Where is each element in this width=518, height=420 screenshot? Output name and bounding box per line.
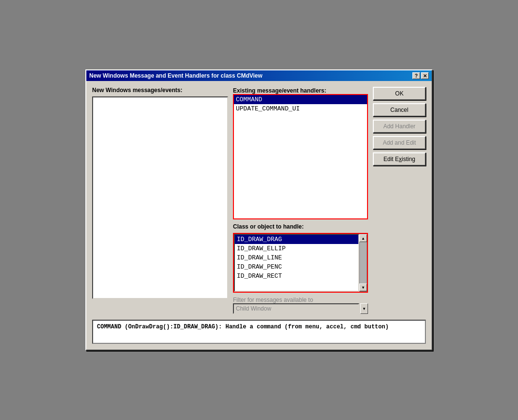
list-item[interactable]: ID_DRAW_LINE: [235, 253, 358, 262]
title-bar: New Windows Message and Event Handlers f…: [86, 70, 432, 81]
dialog-title: New Windows Message and Event Handlers f…: [89, 72, 262, 79]
add-handler-button[interactable]: Add Handler: [373, 120, 426, 133]
filter-label: Filter for messages available to: [233, 297, 368, 303]
center-panel: Existing message/event handlers: COMMAND…: [233, 87, 368, 314]
scroll-track: [360, 242, 367, 284]
list-item[interactable]: ID_DRAW_DRAG: [235, 235, 358, 244]
title-bar-buttons: ? ✕: [412, 72, 429, 79]
close-button[interactable]: ✕: [421, 72, 429, 79]
scroll-down-button[interactable]: ▼: [359, 284, 367, 291]
list-item[interactable]: ID_DRAW_ELLIP: [235, 244, 358, 253]
add-and-edit-button[interactable]: Add and Edit: [373, 136, 426, 149]
list-item[interactable]: ID_DRAW_PENC: [235, 262, 358, 271]
status-text: COMMAND (OnDrawDrag():ID_DRAW_DRAG): Han…: [97, 324, 389, 330]
class-scrollbar: ▲ ▼: [359, 234, 367, 292]
buttons-panel: OK Cancel Add Handler Add and Edit Edit …: [373, 87, 426, 314]
class-object-listbox[interactable]: ID_DRAW_DRAG ID_DRAW_ELLIP ID_DRAW_LINE …: [234, 234, 359, 292]
new-messages-label: New Windows messages/events:: [92, 87, 228, 94]
class-section: Class or object to handle: ID_DRAW_DRAG …: [233, 223, 368, 314]
existing-handlers-listbox[interactable]: COMMAND UPDATE_COMMAND_UI: [233, 94, 368, 219]
main-dialog: New Windows Message and Event Handlers f…: [85, 69, 433, 351]
filter-section: Filter for messages available to Child W…: [233, 295, 368, 314]
existing-label: Existing message/event handlers:: [233, 87, 326, 94]
main-area: New Windows messages/events: Existing me…: [92, 87, 426, 314]
dialog-body: New Windows messages/events: Existing me…: [86, 81, 432, 350]
list-item[interactable]: UPDATE_COMMAND_UI: [234, 104, 367, 113]
filter-dropdown-arrow[interactable]: ▼: [360, 303, 368, 314]
list-item[interactable]: COMMAND: [234, 95, 367, 104]
list-item[interactable]: ID_DRAW_RECT: [235, 271, 358, 281]
class-listbox-wrapper: ID_DRAW_DRAG ID_DRAW_ELLIP ID_DRAW_LINE …: [233, 233, 368, 293]
new-messages-listbox[interactable]: [92, 96, 228, 299]
ok-button[interactable]: OK: [373, 87, 426, 100]
help-button[interactable]: ?: [412, 72, 420, 79]
class-label: Class or object to handle:: [233, 223, 368, 230]
edit-existing-underline: x: [399, 156, 402, 163]
edit-existing-button[interactable]: Edit Existing: [373, 152, 426, 166]
filter-select-value: Child Window: [233, 303, 359, 314]
scroll-up-button[interactable]: ▲: [359, 234, 367, 242]
existing-section: Existing message/event handlers: COMMAND…: [233, 87, 368, 219]
left-panel: New Windows messages/events:: [92, 87, 228, 314]
filter-dropdown: Child Window ▼: [233, 303, 368, 314]
cancel-button[interactable]: Cancel: [373, 103, 426, 117]
status-bar: COMMAND (OnDrawDrag():ID_DRAW_DRAG): Han…: [92, 320, 426, 344]
